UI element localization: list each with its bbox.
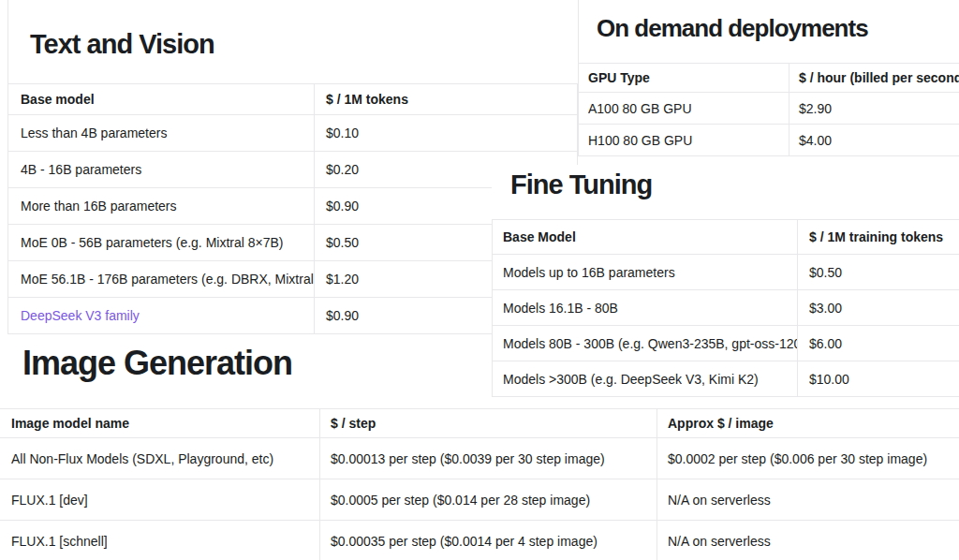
column-header-base-model: Base Model (493, 220, 798, 255)
cell-model: MoE 56.1B - 176B parameters (e.g. DBRX, … (8, 261, 315, 298)
cell-model: FLUX.1 [dev] (0, 479, 320, 521)
text-vision-title: Text and Vision (30, 29, 214, 60)
cell-model: Models up to 16B parameters (493, 255, 798, 290)
cell-price: $6.00 (798, 326, 959, 361)
cell-price: $4.00 (789, 125, 959, 156)
on-demand-table: GPU Type $ / hour (billed per second) A1… (578, 63, 959, 156)
column-header-price-per-hour: $ / hour (billed per second) (789, 64, 959, 93)
cell-model: All Non-Flux Models (SDXL, Playground, e… (0, 438, 320, 479)
cell-step-price: $0.00013 per step ($0.0039 per 30 step i… (320, 438, 657, 479)
cell-price: $10.00 (798, 361, 959, 397)
cell-gpu: H100 80 GB GPU (579, 125, 789, 156)
cell-price: $0.10 (315, 115, 578, 152)
table-row: Models 16.1B - 80B $3.00 (493, 290, 959, 326)
column-header-approx-price-per-image: Approx $ / image (657, 409, 959, 438)
cell-model: MoE 0B - 56B parameters (e.g. Mixtral 8×… (8, 225, 315, 261)
column-header-image-model-name: Image model name (0, 409, 320, 438)
pricing-page: Text and Vision Base model $ / 1M tokens… (0, 0, 959, 560)
table-row: All Non-Flux Models (SDXL, Playground, e… (0, 438, 959, 479)
cell-price: $0.50 (798, 255, 959, 290)
cell-model: Models 16.1B - 80B (493, 290, 798, 326)
cell-price: $3.00 (798, 290, 959, 326)
cell-price: $2.90 (789, 93, 959, 125)
cell-model: Less than 4B parameters (8, 115, 315, 152)
fine-tuning-table: Base Model $ / 1M training tokens Models… (492, 219, 959, 397)
table-row: FLUX.1 [dev] $0.0005 per step ($0.014 pe… (0, 479, 959, 521)
on-demand-title: On demand deployments (597, 14, 868, 43)
cell-model: FLUX.1 [schnell] (0, 521, 320, 560)
cell-model: More than 16B parameters (8, 188, 315, 225)
table-row: H100 80 GB GPU $4.00 (579, 125, 959, 156)
image-generation-title: Image Generation (22, 344, 292, 383)
cell-model: 4B - 16B parameters (8, 152, 315, 188)
cell-model: Models >300B (e.g. DeepSeek V3, Kimi K2) (493, 361, 798, 397)
cell-step-price: $0.00035 per step ($0.0014 per 4 step im… (320, 521, 657, 560)
card-divider (578, 0, 579, 64)
cell-step-price: $0.0005 per step ($0.014 per 28 step ima… (320, 479, 657, 521)
image-generation-table: Image model name $ / step Approx $ / ima… (0, 408, 959, 560)
fine-tuning-card: Fine Tuning Base Model $ / 1M training t… (492, 165, 959, 396)
column-header-price-1m-tokens: $ / 1M tokens (315, 84, 578, 115)
fine-tuning-title: Fine Tuning (510, 169, 652, 200)
cell-model: Models 80B - 300B (e.g. Qwen3-235B, gpt-… (493, 326, 798, 361)
deepseek-v3-family-link[interactable]: DeepSeek V3 family (21, 308, 140, 323)
cell-gpu: A100 80 GB GPU (579, 93, 789, 125)
cell-model: DeepSeek V3 family (8, 298, 315, 334)
cell-image-price: $0.0002 per step ($0.006 per 30 step ima… (657, 438, 959, 479)
table-row: Models >300B (e.g. DeepSeek V3, Kimi K2)… (493, 361, 959, 397)
table-row: Less than 4B parameters $0.10 (8, 115, 578, 152)
table-row: Models up to 16B parameters $0.50 (493, 255, 959, 290)
cell-image-price: N/A on serverless (657, 479, 959, 521)
column-header-base-model: Base model (8, 84, 315, 115)
column-header-gpu-type: GPU Type (579, 64, 789, 93)
table-row: Models 80B - 300B (e.g. Qwen3-235B, gpt-… (493, 326, 959, 361)
table-row: A100 80 GB GPU $2.90 (579, 93, 959, 125)
cell-image-price: N/A on serverless (657, 521, 959, 560)
column-header-price-per-step: $ / step (320, 409, 657, 438)
column-header-price-training-tokens: $ / 1M training tokens (798, 220, 959, 255)
table-row: FLUX.1 [schnell] $0.00035 per step ($0.0… (0, 521, 959, 560)
